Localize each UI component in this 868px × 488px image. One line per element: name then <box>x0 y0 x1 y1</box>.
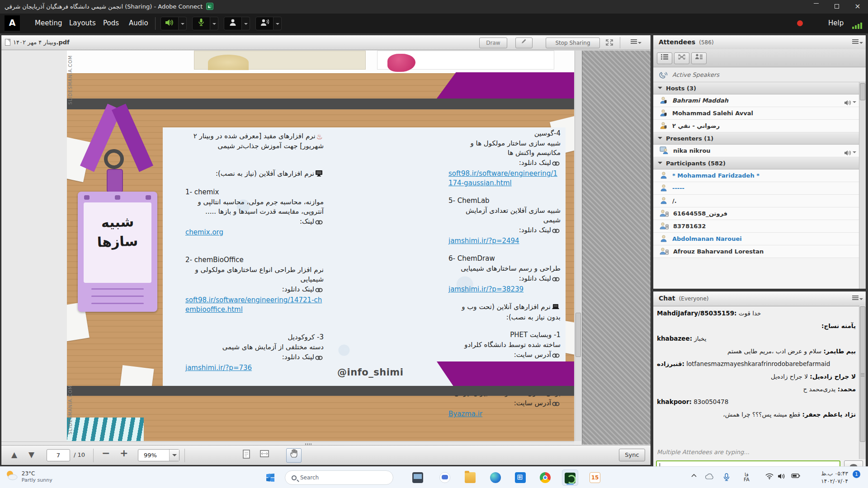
doc-link-text[interactable]: chemix.org <box>185 228 223 236</box>
taskbar-app-store[interactable] <box>512 469 528 486</box>
doc-line-link[interactable]: chemix.org <box>185 228 324 237</box>
next-page-button[interactable]: ▼ <box>28 450 34 459</box>
taskbar-app-adobe-connect[interactable] <box>562 469 578 486</box>
doc-line-link[interactable]: jamshimi.ir/?p=736 <box>185 363 324 373</box>
zoom-dropdown-arrow[interactable] <box>169 450 179 461</box>
doc-text: شبیه سازی آفلاین تعدادی آزمایش شیمی <box>466 206 561 224</box>
attendee-row[interactable]: 61644558_فروتن <box>653 207 859 220</box>
attendees-scroll-thumb[interactable] <box>860 83 865 100</box>
zoom-level-select[interactable]: 99% <box>138 449 179 461</box>
mic-dropdown[interactable] <box>210 17 218 30</box>
attendee-row[interactable]: nika nikrou <box>653 145 859 157</box>
speaker-button[interactable] <box>160 17 179 30</box>
shared-document[interactable]: شبیه سازها ♨نرم افزارهای مفید [معرفی شده… <box>67 51 574 441</box>
attendee-section-header[interactable]: Hosts (3) <box>653 82 859 94</box>
attendee-list-view-button[interactable] <box>657 52 672 64</box>
doc-link-text[interactable]: soft98.ir/software/engineering/14721-che… <box>185 296 322 314</box>
wifi-icon[interactable] <box>765 473 774 481</box>
taskbar-app-explorer[interactable] <box>462 469 478 486</box>
attendee-row[interactable]: Bahrami Maddah <box>653 94 859 107</box>
taskbar-app-terminal[interactable] <box>410 469 426 486</box>
doc-link-text[interactable]: Byazma.ir <box>448 410 482 418</box>
chat-pod-menu[interactable] <box>851 295 863 304</box>
vertical-scroll-thumb[interactable] <box>576 313 581 357</box>
fit-page-button[interactable] <box>240 449 253 462</box>
speaker-icon <box>165 19 174 26</box>
taskbar-app-edge[interactable] <box>487 469 504 486</box>
menu-help[interactable]: Help <box>828 19 844 27</box>
clock-date: ۱۴۰۲/۰۷/۰۴ <box>809 478 848 485</box>
attendee-row[interactable]: /. <box>653 195 859 207</box>
taskbar-app-chat[interactable] <box>437 469 453 486</box>
attendee-row[interactable]: ----- <box>653 182 859 195</box>
doc-line-link[interactable]: jamshimi.ir/?p=38239 <box>448 285 561 294</box>
attendees-pod-menu[interactable] <box>851 38 863 47</box>
doc-link-text[interactable]: jamshimi.ir/?p=38239 <box>448 285 524 293</box>
menu-layouts[interactable]: Layouts <box>69 19 96 27</box>
connection-signal-icon[interactable] <box>852 21 863 29</box>
doc-link-text[interactable]: jamshimi.ir/?p=736 <box>185 364 252 372</box>
webcam-dropdown[interactable] <box>242 17 250 30</box>
notification-badge[interactable]: 1 <box>853 470 860 478</box>
weather-widget[interactable]: 23°C Partly sunny <box>5 469 52 483</box>
page-number-input[interactable]: 7 <box>47 449 70 461</box>
taskbar-app-chrome[interactable] <box>537 469 553 486</box>
sync-button[interactable]: Sync <box>619 449 645 461</box>
tray-chevron-icon[interactable] <box>691 473 697 480</box>
share-pod-menu[interactable] <box>630 38 642 47</box>
attendee-row[interactable]: Afrouz Baharvand Lorestan <box>653 245 859 258</box>
chat-message: MahdiJafary/85035159: خدا قوت <box>657 310 856 317</box>
attendee-status-view-button[interactable] <box>691 52 707 64</box>
chat-scrollbar[interactable] <box>859 305 866 459</box>
doc-text: 2- chemBioOffice <box>185 256 244 264</box>
zoom-out-button[interactable]: − <box>102 447 110 459</box>
taskbar-search[interactable]: Search <box>285 470 393 485</box>
draw-button[interactable]: Draw <box>479 38 507 48</box>
breakout-view-button[interactable] <box>674 52 689 64</box>
doc-link-text[interactable]: soft98.ir/software/engineering/1174-gaus… <box>448 169 557 187</box>
menu-meeting[interactable]: Meeting <box>35 19 62 27</box>
stop-sharing-button[interactable]: Stop Sharing <box>546 38 600 48</box>
doc-line-link[interactable]: soft98.ir/software/engineering/1174-gaus… <box>448 169 561 188</box>
doc-line-label: لینک دانلود: <box>185 285 324 295</box>
zoom-in-button[interactable]: + <box>120 447 128 459</box>
fullscreen-button[interactable] <box>605 39 613 47</box>
clock-widget[interactable]: ۰۵:۴۳ ب.ظ ۱۴۰۲/۰۷/۰۴ <box>809 470 848 485</box>
menu-audio[interactable]: Audio <box>129 19 148 27</box>
fit-width-button[interactable] <box>258 449 271 462</box>
volume-icon[interactable] <box>778 473 786 481</box>
doc-line-label: لینک دانلود: <box>448 274 561 284</box>
start-button[interactable] <box>262 469 278 486</box>
close-button[interactable]: × <box>847 0 868 14</box>
attendee-row[interactable]: * Mohammad Faridzadeh * <box>653 169 859 182</box>
mic-button[interactable] <box>192 17 210 30</box>
phone-dropdown[interactable] <box>274 17 282 30</box>
attendee-row[interactable]: 83781632 <box>653 220 859 233</box>
tray-mic-icon[interactable] <box>722 473 731 483</box>
phone-button[interactable] <box>255 17 274 30</box>
doc-link-text[interactable]: jamshimi.ir/?p=2494 <box>448 237 519 245</box>
battery-icon[interactable] <box>791 473 800 480</box>
language-indicator[interactable]: فا FA <box>744 472 750 482</box>
taskbar-app-calendar[interactable]: 15 <box>587 469 603 486</box>
webcam-button[interactable] <box>224 17 242 30</box>
attendee-section-header[interactable]: Presenters (1) <box>653 132 859 145</box>
attendees-scrollbar[interactable] <box>859 82 866 289</box>
attendee-row[interactable]: Abdolmanan Narouei <box>653 233 859 245</box>
attendee-section-header[interactable]: Participants (582) <box>653 157 859 169</box>
user-attendee-icon <box>660 199 668 206</box>
attendee-row[interactable]: Mohammad Salehi Avval <box>653 107 859 120</box>
maximize-button[interactable] <box>826 0 847 14</box>
pan-tool-button[interactable] <box>286 448 302 463</box>
attendee-row[interactable]: رضواني - نقي ۲ <box>653 120 859 132</box>
document-vertical-scrollbar[interactable] <box>575 51 581 441</box>
doc-line-link[interactable]: Byazma.ir <box>448 409 561 419</box>
minimize-button[interactable] <box>806 0 826 14</box>
menu-pods[interactable]: Pods <box>103 19 119 27</box>
onedrive-cloud-icon[interactable] <box>704 473 714 481</box>
previous-page-button[interactable]: ▲ <box>11 450 17 459</box>
doc-line-link[interactable]: jamshimi.ir/?p=2494 <box>448 236 561 246</box>
annotate-button[interactable] <box>515 38 533 48</box>
doc-line-link[interactable]: soft98.ir/software/engineering/14721-che… <box>185 296 324 314</box>
speaker-dropdown[interactable] <box>179 17 187 30</box>
